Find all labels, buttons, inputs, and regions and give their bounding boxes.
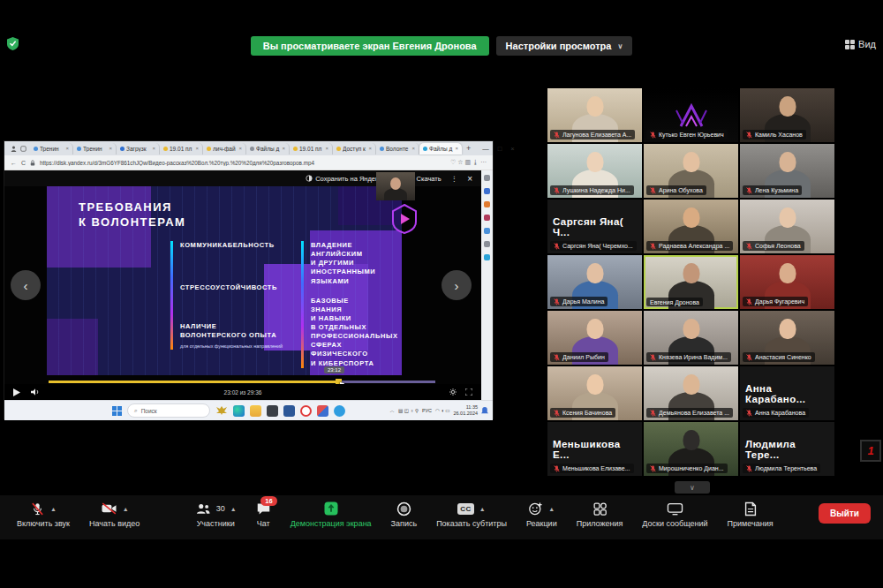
participant-tile[interactable]: Лушкина Надежда Ни... [547, 144, 642, 198]
participant-tile[interactable]: Раднаева Александра ... [644, 200, 738, 253]
tray-expand-icon[interactable]: ︿ [389, 408, 395, 414]
toolbar-mute-button[interactable]: ▲Включить звук [7, 495, 79, 528]
toolbar-apps-button[interactable]: Приложения [567, 495, 633, 528]
outlook-sidebar-icon[interactable] [484, 254, 490, 260]
leave-button[interactable]: Выйти [819, 503, 871, 524]
start-button[interactable] [112, 406, 122, 416]
wifi-volume-battery-icons[interactable]: ◠ ◖ ▭ [435, 408, 449, 413]
fullscreen-icon[interactable] [465, 388, 472, 396]
explorer-app-icon[interactable] [250, 405, 261, 417]
participant-tile[interactable]: Лагунова Елизавета А... [547, 88, 642, 142]
dark-app-icon[interactable] [267, 405, 278, 417]
people-sidebar-icon[interactable] [484, 215, 490, 221]
search-sidebar-icon[interactable] [484, 175, 490, 181]
url-text[interactable]: https://disk.yandex.ru/d/3mG6YF861chJQw/… [40, 160, 446, 166]
browser-tab[interactable]: Загрузк× [117, 143, 160, 155]
volume-icon[interactable] [31, 388, 40, 396]
browser-tab[interactable]: 19.01 пл× [160, 143, 203, 155]
browser-tab[interactable]: Файлы д× [419, 143, 462, 155]
edge-app-icon[interactable] [233, 405, 245, 417]
chevron-up-icon[interactable]: ▲ [230, 506, 237, 512]
more-participants-button[interactable]: ∨ [675, 481, 710, 494]
close-icon[interactable]: × [510, 145, 514, 153]
tab-close-icon[interactable]: × [238, 146, 242, 151]
previous-file-button[interactable]: ‹ [11, 270, 41, 300]
participant-tile[interactable]: Лена Кузьмина [740, 144, 834, 198]
settings-gear-icon[interactable] [449, 388, 457, 396]
chevron-up-icon[interactable]: ▲ [50, 506, 57, 512]
kebab-menu-icon[interactable]: ⋮ [451, 175, 458, 183]
word-app-icon[interactable] [283, 405, 295, 417]
participant-tile[interactable]: Князева Ирина Вадим... [644, 311, 738, 365]
new-tab-button[interactable]: + [462, 144, 475, 153]
maximize-icon[interactable]: □ [498, 145, 502, 153]
chevron-up-icon[interactable]: ▲ [479, 506, 486, 512]
browser-tab[interactable]: Доступ к× [333, 143, 376, 155]
toolbar-participants-button[interactable]: 30▲Участники [185, 495, 246, 528]
tab-close-icon[interactable]: × [325, 146, 328, 151]
toolbar-video-button[interactable]: ▲Начать видео [79, 495, 149, 528]
tab-close-icon[interactable]: × [455, 146, 458, 151]
browser-tab[interactable]: Волонте× [376, 143, 419, 155]
toolbar-cc-button[interactable]: CC▲Показать субтитры [426, 495, 517, 528]
browser-tab[interactable]: Тренин× [30, 143, 73, 155]
next-file-button[interactable]: › [442, 270, 472, 300]
address-bar-actions[interactable]: ♡ ☆ ▥ ⭳ ⋯ [450, 159, 487, 166]
view-settings-button[interactable]: Настройки просмотра ∨ [496, 36, 633, 56]
back-icon[interactable]: ← [11, 160, 17, 166]
window-controls[interactable]: — □ × [475, 145, 521, 153]
browser-tab[interactable]: 19.01 пл× [290, 143, 333, 155]
participant-tile[interactable]: Мирошниченко Диан... [644, 422, 738, 476]
browser-profile-icon[interactable] [7, 146, 30, 152]
toolbar-whiteboard-button[interactable]: Доски сообщений [632, 495, 717, 528]
taskbar-search-input[interactable]: ⌕ Поиск [127, 403, 210, 418]
video-progress-bar[interactable] [49, 381, 435, 383]
toolbar-chat-button[interactable]: Чат16 [246, 495, 281, 528]
player-close-icon[interactable]: × [467, 174, 472, 184]
browser-tab[interactable]: Файлы д× [246, 143, 290, 155]
taskbar-clock[interactable]: 11:35 26.01.2024 [453, 404, 478, 417]
participant-tile[interactable]: Меньшикова Е...Меньшикова Елизаве... [547, 422, 642, 476]
participant-tile[interactable]: Людмила Тере...Людмила Терентьева [740, 422, 834, 476]
participant-tile[interactable]: Даниил Рыбин [547, 311, 642, 365]
tab-close-icon[interactable]: × [109, 146, 112, 151]
toolbar-record-button[interactable]: Запись [381, 495, 427, 528]
app-icon[interactable] [317, 405, 328, 417]
participant-tile[interactable]: Анна Карабано...Анна Карабанова [740, 366, 834, 420]
tab-close-icon[interactable]: × [195, 146, 199, 151]
participant-tile[interactable]: Камиль Хасанов [740, 88, 834, 142]
gear-sidebar-icon[interactable] [484, 241, 490, 247]
participant-tile[interactable]: Дарья Фугаревич [740, 255, 834, 309]
participant-tile[interactable]: Евгения Дронова [644, 255, 738, 309]
messenger-app-icon[interactable] [334, 405, 345, 417]
participant-tile[interactable]: Кутько Евген Юрьевич [644, 88, 738, 142]
participant-tile[interactable]: Арина Обухова [644, 144, 738, 198]
shopping-sidebar-icon[interactable] [484, 201, 490, 207]
tab-close-icon[interactable]: × [282, 146, 285, 151]
view-layout-button[interactable]: Вид [845, 39, 876, 49]
eagle-app-icon[interactable] [215, 405, 228, 416]
play-icon[interactable] [13, 388, 20, 396]
participant-tile[interactable]: Софья Леонова [740, 200, 834, 253]
opera-app-icon[interactable] [300, 405, 312, 417]
participant-tile[interactable]: Демьянова Елизавета ... [644, 366, 738, 420]
office-sidebar-icon[interactable] [484, 228, 490, 234]
minimize-icon[interactable]: — [482, 145, 489, 153]
toolbar-share-button[interactable]: Демонстрация экрана [281, 495, 381, 528]
toolbar-notes-button[interactable]: Примечания [718, 495, 783, 528]
toolbar-reactions-button[interactable]: ▲Реакции [517, 495, 567, 528]
system-tray[interactable]: ︿ ▤ ◰ ♁ ⚲ РУС ◠ ◖ ▭ 11:35 26.01.2024 [389, 404, 493, 417]
language-indicator[interactable]: РУС [422, 408, 432, 413]
participant-tile[interactable]: Дарья Малина [547, 255, 642, 309]
tab-close-icon[interactable]: × [152, 146, 155, 151]
participant-tile[interactable]: Анастасия Синенко [740, 311, 834, 365]
chevron-up-icon[interactable]: ▲ [123, 506, 129, 512]
participant-tile[interactable]: Ксения Бачинова [547, 366, 642, 420]
participant-tile[interactable]: Саргсян Яна( Ч...Саргсян Яна( Черемхо... [547, 200, 642, 253]
tab-close-icon[interactable]: × [65, 146, 69, 151]
chevron-up-icon[interactable]: ▲ [548, 506, 555, 512]
notification-bell-icon[interactable] [481, 407, 488, 415]
copilot-sidebar-icon[interactable] [484, 188, 490, 194]
browser-tab[interactable]: лич-фай× [203, 143, 246, 155]
refresh-icon[interactable]: C [21, 160, 26, 166]
